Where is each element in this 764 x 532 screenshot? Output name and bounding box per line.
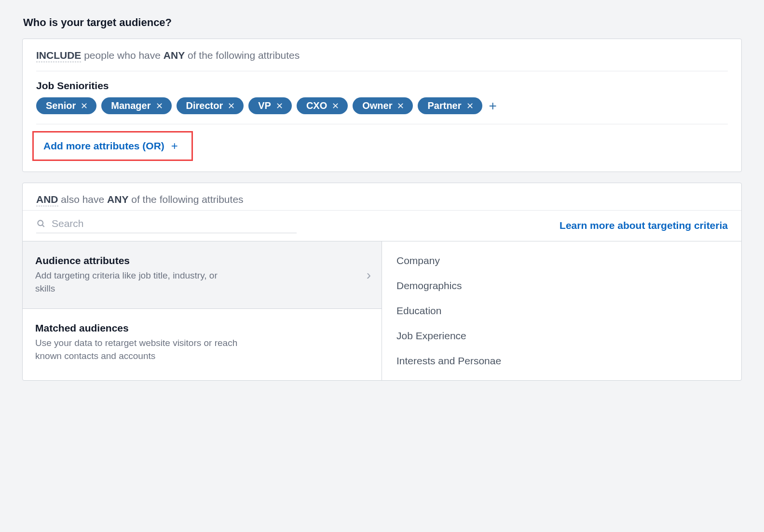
close-icon[interactable]: ✕ — [81, 101, 88, 111]
chevron-right-icon: › — [367, 267, 371, 283]
close-icon[interactable]: ✕ — [156, 101, 163, 111]
and-suffix-text: of the following attributes — [128, 194, 243, 205]
close-icon[interactable]: ✕ — [466, 101, 474, 111]
and-mid-text: also have — [58, 194, 108, 205]
card-description: Use your data to retarget website visito… — [35, 337, 238, 362]
search-input-container — [36, 217, 297, 233]
seniority-pill[interactable]: Director✕ — [177, 97, 244, 114]
card-title: Audience attributes — [35, 255, 369, 266]
pill-label: Senior — [46, 100, 76, 111]
and-keyword: AND — [36, 194, 58, 206]
include-statement: INCLUDE people who have ANY of the follo… — [36, 50, 728, 61]
search-input[interactable] — [51, 217, 297, 230]
category-item[interactable]: Demographics — [382, 273, 741, 298]
category-item[interactable]: Education — [382, 298, 741, 323]
card-description: Add targeting criteria like job title, i… — [35, 269, 238, 295]
pill-label: CXO — [306, 100, 327, 111]
include-mid-text: people who have — [81, 50, 163, 61]
category-item[interactable]: Company — [382, 248, 741, 273]
attribute-group-label: Job Seniorities — [36, 80, 728, 92]
seniority-pill[interactable]: VP✕ — [248, 97, 292, 114]
card-title: Matched audiences — [35, 322, 369, 334]
seniority-pill[interactable]: Manager✕ — [101, 97, 171, 114]
pill-label: Owner — [362, 100, 392, 111]
and-any-keyword: ANY — [107, 194, 128, 205]
seniority-pill[interactable]: CXO✕ — [297, 97, 348, 114]
and-panel: AND also have ANY of the following attri… — [22, 183, 742, 381]
learn-more-link[interactable]: Learn more about targeting criteria — [559, 220, 728, 231]
add-more-label: Add more attributes (OR) — [43, 140, 164, 152]
audience-attributes-card[interactable]: Audience attributesAdd targeting criteri… — [23, 241, 382, 308]
add-more-attributes-button[interactable]: Add more attributes (OR) + — [32, 131, 193, 161]
close-icon[interactable]: ✕ — [276, 101, 283, 111]
include-keyword: INCLUDE — [36, 50, 81, 62]
close-icon[interactable]: ✕ — [228, 101, 235, 111]
seniority-pill[interactable]: Owner✕ — [353, 97, 413, 114]
search-icon — [36, 219, 46, 228]
category-item[interactable]: Job Experience — [382, 323, 741, 348]
seniority-pill[interactable]: Partner✕ — [418, 97, 482, 114]
close-icon[interactable]: ✕ — [332, 101, 339, 111]
plus-icon: + — [171, 139, 178, 153]
page-title: Who is your target audience? — [23, 16, 742, 29]
matched-audiences-card[interactable]: Matched audiencesUse your data to retarg… — [23, 308, 382, 376]
pill-label: Manager — [111, 100, 150, 111]
seniority-pill-row: Senior✕Manager✕Director✕VP✕CXO✕Owner✕Par… — [36, 97, 728, 114]
category-item[interactable]: Interests and Personae — [382, 348, 741, 373]
include-panel: INCLUDE people who have ANY of the follo… — [22, 39, 742, 172]
pill-label: Partner — [427, 100, 461, 111]
include-any-keyword: ANY — [164, 50, 185, 61]
audience-type-list: Audience attributesAdd targeting criteri… — [23, 241, 382, 380]
svg-line-1 — [42, 225, 44, 227]
pill-label: Director — [186, 100, 223, 111]
include-suffix-text: of the following attributes — [185, 50, 300, 61]
and-statement: AND also have ANY of the following attri… — [36, 194, 728, 205]
category-list: CompanyDemographicsEducationJob Experien… — [382, 241, 741, 380]
pill-label: VP — [258, 100, 271, 111]
add-pill-button[interactable]: + — [487, 99, 499, 113]
seniority-pill[interactable]: Senior✕ — [36, 97, 96, 114]
svg-point-0 — [38, 220, 43, 226]
close-icon[interactable]: ✕ — [397, 101, 404, 111]
